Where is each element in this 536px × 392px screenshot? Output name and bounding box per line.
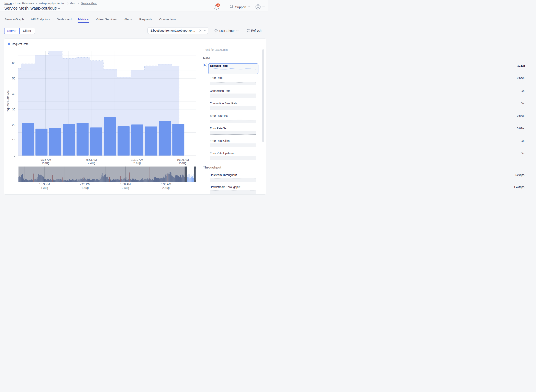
svg-text:0: 0 [14, 154, 15, 157]
svg-text:2 Aug: 2 Aug [122, 186, 129, 189]
svg-text:6:33 AM: 6:33 AM [161, 182, 171, 186]
svg-text:30: 30 [12, 107, 15, 111]
svg-text:9:36 AM: 9:36 AM [41, 158, 51, 161]
svg-text:1 Aug: 1 Aug [41, 186, 48, 189]
svg-text:50: 50 [12, 77, 15, 80]
svg-text:20: 20 [12, 123, 15, 126]
svg-text:Request Rate (/s): Request Rate (/s) [6, 90, 9, 113]
svg-text:1:53 PM: 1:53 PM [39, 182, 50, 186]
svg-text:2 Aug: 2 Aug [88, 161, 95, 165]
svg-text:Request Rate: Request Rate [12, 42, 29, 45]
svg-text:2 Aug: 2 Aug [162, 186, 170, 189]
svg-text:60: 60 [12, 61, 15, 65]
svg-text:10:10 AM: 10:10 AM [131, 158, 143, 161]
svg-text:1 Aug: 1 Aug [81, 186, 89, 189]
svg-text:1:00 AM: 1:00 AM [120, 182, 130, 186]
svg-text:2 Aug: 2 Aug [133, 161, 141, 165]
svg-text:9:53 AM: 9:53 AM [86, 158, 97, 161]
svg-text:10:26 AM: 10:26 AM [177, 158, 189, 161]
svg-text:2 Aug: 2 Aug [179, 161, 187, 165]
svg-text:40: 40 [12, 92, 15, 96]
svg-text:2 Aug: 2 Aug [42, 161, 50, 165]
svg-text:10: 10 [12, 139, 15, 142]
svg-text:7:26 PM: 7:26 PM [80, 182, 90, 186]
